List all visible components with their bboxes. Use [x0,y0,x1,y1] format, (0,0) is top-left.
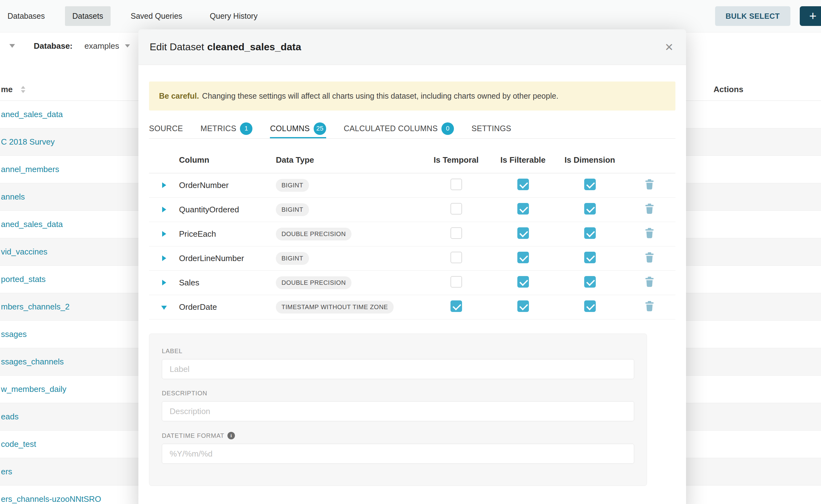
modal-tabs: SOURCEMETRICS1COLUMNS25CALCULATED COLUMN… [149,118,675,139]
close-icon[interactable]: ✕ [665,42,674,52]
nav-tab-saved-queries[interactable]: Saved Queries [123,6,190,26]
tab-badge: 1 [240,122,252,135]
is-temporal-checkbox[interactable] [451,203,462,215]
dataset-link[interactable]: w_members_daily [1,384,67,394]
nav-tab-databases[interactable]: Databases [0,6,52,26]
add-button[interactable]: + [800,6,821,26]
screen: DatabasesDatasetsSaved QueriesQuery Hist… [0,0,821,504]
delete-column-icon[interactable] [645,277,654,287]
is-dimension-checkbox[interactable] [584,179,596,190]
description-input[interactable] [162,401,634,421]
column-name: Sales [179,278,276,288]
column-row-OrderDate: OrderDateTIMESTAMP WITHOUT TIME ZONE [149,295,675,319]
expand-caret-icon[interactable] [162,207,166,212]
is-temporal-checkbox[interactable] [451,276,462,288]
dataset-link[interactable]: annel_members [1,165,59,174]
dataset-link[interactable]: C 2018 Survey [1,137,55,147]
delete-column-icon[interactable] [645,252,654,263]
is-filterable-checkbox[interactable] [517,179,529,190]
is-dimension-checkbox[interactable] [584,203,596,215]
is-temporal-checkbox[interactable] [451,300,462,312]
column-name: OrderDate [179,302,276,312]
tab-label: COLUMNS [270,124,309,133]
dataset-link[interactable]: ers_channels-uzooNNtSRO [1,494,101,504]
tab-label: SOURCE [149,124,183,133]
is-dimension-checkbox[interactable] [584,252,596,263]
expand-caret-icon[interactable] [162,280,166,285]
dataset-link[interactable]: ported_stats [1,274,46,284]
nav-tab-query-history[interactable]: Query History [202,6,265,26]
is-temporal-checkbox[interactable] [451,227,462,239]
column-detail-panel: LABEL DESCRIPTION DATETIME FORMAT i [149,334,647,486]
dataset-link[interactable]: ssages [1,329,27,339]
is-filterable-checkbox[interactable] [517,252,529,263]
label-input[interactable] [162,359,634,379]
is-filterable-checkbox[interactable] [517,276,529,288]
chevron-down-icon [125,44,130,47]
nav-tab-datasets[interactable]: Datasets [65,6,111,26]
expand-caret-icon[interactable] [162,255,166,261]
dataset-link[interactable]: ers [1,467,12,477]
database-filter-label: Database: [34,41,72,51]
dataset-link[interactable]: vid_vaccines [1,247,47,257]
label-field-label: LABEL [162,348,634,355]
dataset-link[interactable]: code_test [1,439,36,449]
expand-caret-icon[interactable] [162,231,166,237]
datetime-format-field-label: DATETIME FORMAT i [162,432,634,439]
dataset-link[interactable]: annels [1,192,25,202]
actions-column-header: Actions [714,85,743,94]
datetime-format-input[interactable] [162,444,634,464]
tab-metrics[interactable]: METRICS1 [200,118,253,138]
tab-badge: 0 [442,122,454,135]
is-dimension-checkbox[interactable] [584,276,596,288]
sort-icon[interactable] [21,86,25,93]
warning-text: Be careful.Changing these settings will … [159,91,558,101]
dataset-link[interactable]: ssages_channels [1,357,64,367]
is-filterable-checkbox[interactable] [517,300,529,312]
collapse-caret-icon[interactable] [161,306,167,310]
warning-message: Changing these settings will affect all … [202,91,559,100]
columns-table-rows: OrderNumberBIGINTQuantityOrderedBIGINTPr… [149,173,675,319]
tab-label: METRICS [200,124,236,133]
is-filterable-checkbox[interactable] [517,203,529,215]
delete-column-icon[interactable] [645,301,654,311]
column-row-OrderLineNumber: OrderLineNumberBIGINT [149,246,675,271]
tab-columns[interactable]: COLUMNS25 [270,118,326,138]
delete-column-icon[interactable] [645,228,654,238]
description-field-label: DESCRIPTION [162,390,634,397]
is-dimension-checkbox[interactable] [584,300,596,312]
tab-settings[interactable]: SETTINGS [472,118,511,138]
description-field-group: DESCRIPTION [162,390,634,421]
columns-table-header: ColumnData TypeIs TemporalIs FilterableI… [149,147,675,173]
column-header-column: Column [179,155,276,165]
expand-caret-icon[interactable] [162,182,166,188]
delete-column-icon[interactable] [645,179,654,190]
tab-source[interactable]: SOURCE [149,118,183,138]
tab-calculated-columns[interactable]: CALCULATED COLUMNS0 [344,118,454,138]
bulk-select-button[interactable]: BULK SELECT [715,6,791,26]
is-dimension-checkbox[interactable] [584,227,596,239]
database-filter-select[interactable]: examples [84,41,130,51]
dataset-link[interactable]: aned_sales_data [1,110,63,119]
delete-column-icon[interactable] [645,204,654,214]
chevron-down-icon[interactable] [9,44,15,48]
data-type-pill: DOUBLE PRECISION [276,228,351,240]
database-filter-value: examples [84,41,119,51]
data-type-pill: TIMESTAMP WITHOUT TIME ZONE [276,301,393,314]
dataset-link[interactable]: eads [1,412,18,422]
dataset-link[interactable]: mbers_channels_2 [1,302,70,312]
warning-banner: Be careful.Changing these settings will … [149,82,675,111]
datetime-format-field-group: DATETIME FORMAT i [162,432,634,464]
column-header-is-temporal: Is Temporal [434,155,479,165]
modal-header: Edit Datasetcleaned_sales_data ✕ [138,29,686,65]
column-name: OrderLineNumber [179,254,276,263]
is-filterable-checkbox[interactable] [517,227,529,239]
dataset-link[interactable]: aned_sales_data [1,220,63,229]
column-name: PriceEach [179,229,276,239]
columns-table: ColumnData TypeIs TemporalIs FilterableI… [149,147,675,319]
info-icon[interactable]: i [227,432,235,439]
is-temporal-checkbox[interactable] [451,252,462,263]
is-temporal-checkbox[interactable] [451,179,462,190]
name-column-header[interactable]: me [0,85,13,94]
data-type-pill: BIGINT [276,203,309,216]
